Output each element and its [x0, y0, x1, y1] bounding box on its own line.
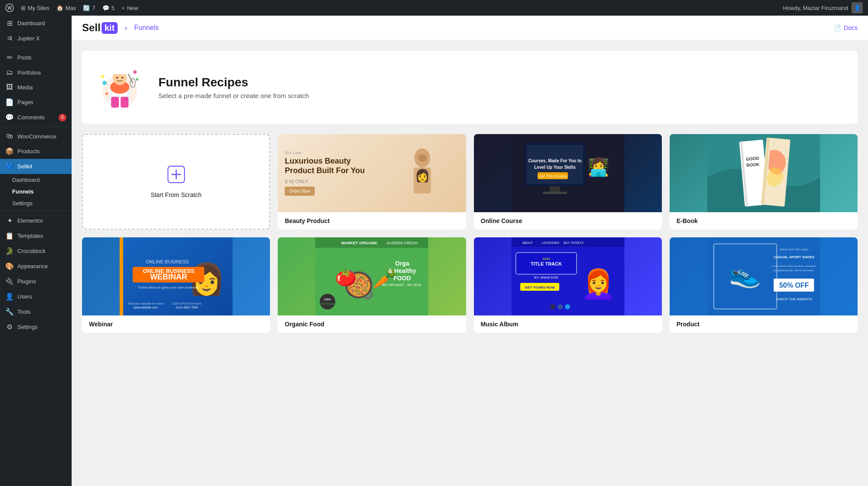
thumb-beauty: Eco Luxe Luxurious Beauty Product Built … [278, 134, 466, 212]
beauty-order-btn[interactable]: Order Now [285, 187, 314, 196]
sidebar-subitem-sk-funnels[interactable]: Funnels [0, 186, 72, 197]
sellkit-icon: 💙 [5, 162, 14, 171]
ebook-label: E-Book [670, 212, 858, 230]
webinar-label: Webinar [82, 315, 270, 333]
sidebar-item-label: Users [17, 293, 32, 300]
sidebar-subitem-sk-dashboard[interactable]: Dashboard [0, 174, 72, 186]
settings-icon: ⚙ [5, 323, 14, 331]
docs-icon: 📄 [834, 24, 841, 31]
sidebar-item-dashboard[interactable]: ⊞ Dashboard [0, 16, 72, 31]
thumb-music: ABOUT LOCATIONS BUY TICKETS 👩‍🦰 2020 TIT… [474, 237, 662, 315]
sidebar-item-woocommerce[interactable]: 🛍 WooCommerce [0, 129, 72, 144]
card-organic[interactable]: MARKET ORGANIC GARDEN FRESH 🥘 🥕 🍅 Orga &… [278, 237, 466, 333]
docs-button[interactable]: 📄 Docs [834, 24, 858, 31]
svg-text:www.website.com: www.website.com [133, 306, 158, 309]
svg-text:Free Gluten: Free Gluten [321, 302, 335, 305]
sidebar-item-posts[interactable]: ✏ Posts [0, 50, 72, 65]
plugins-icon: 🔌 [5, 277, 14, 286]
card-beauty[interactable]: Eco Luxe Luxurious Beauty Product Built … [278, 134, 466, 230]
admin-bar-right: Howdy, Maziar Firuzmand 👤 [783, 2, 863, 13]
svg-text:100%: 100% [324, 298, 331, 301]
svg-point-16 [101, 75, 104, 78]
croco-icon: 🐊 [5, 247, 14, 255]
card-scratch[interactable]: Start From Scratch [82, 134, 270, 230]
card-ebook[interactable]: GOOD BOOK E-Book [670, 134, 858, 230]
card-course[interactable]: 👩‍💻 Courses, Made For You to Level Up Yo… [474, 134, 662, 230]
sellkit-logo: Sell kit [82, 22, 118, 34]
svg-rect-6 [121, 97, 128, 108]
svg-point-68 [320, 294, 335, 309]
main-content: Sell kit › Funnels 📄 Docs [72, 16, 868, 486]
breadcrumb-funnels: Funnels [134, 24, 159, 32]
dashboard-icon: ⊞ [5, 19, 14, 27]
sk-settings-label: Settings [12, 200, 33, 207]
my-sites[interactable]: ⊞ My Sites [21, 5, 49, 11]
svg-text:GARDEN FRESH: GARDEN FRESH [387, 241, 418, 245]
sidebar-item-pages[interactable]: 📄 Pages [0, 95, 72, 110]
sidebar-item-label: Appearance [17, 263, 48, 269]
plus-icon [168, 166, 185, 186]
svg-text:2020: 2020 [542, 257, 550, 261]
svg-text:MARKET ORGANIC: MARKET ORGANIC [342, 241, 378, 245]
sidebar-item-label: Elementor [17, 217, 43, 224]
site-name[interactable]: 🏠 Max [56, 5, 76, 11]
users-icon: 👤 [5, 292, 14, 301]
sidebar-item-label: Settings [17, 324, 38, 330]
svg-point-25 [418, 154, 427, 161]
comments-icon: 💬 [5, 113, 14, 122]
wp-logo[interactable]: W [5, 3, 14, 12]
comments-bar[interactable]: 💬 5 [102, 5, 115, 11]
sidebar-item-sellkit[interactable]: 💙 Sellkit [0, 159, 72, 174]
svg-point-11 [116, 77, 118, 79]
new-menu[interactable]: + New [122, 5, 138, 11]
course-label: Online Course [474, 212, 662, 230]
card-music[interactable]: ABOUT LOCATIONS BUY TICKETS 👩‍🦰 2020 TIT… [474, 237, 662, 333]
svg-text:Get This Course: Get This Course [538, 174, 566, 178]
tools-icon: 🔧 [5, 308, 14, 316]
card-product[interactable]: 👟 IMAGE NOT INCLUDED CASUAL SPORT SHOES … [670, 237, 858, 333]
thumb-ebook: GOOD BOOK [670, 134, 858, 212]
svg-text:👩‍💻: 👩‍💻 [587, 157, 609, 177]
svg-text:👩: 👩 [415, 168, 430, 183]
media-icon: 🖼 [5, 83, 14, 91]
sidebar-item-tools[interactable]: 🔧 Tools [0, 304, 72, 319]
sidebar-item-label: Dashboard [17, 20, 45, 26]
sidebar-item-comments[interactable]: 💬 Comments 6 [0, 110, 72, 125]
chef-illustration [96, 61, 148, 113]
posts-icon: ✏ [5, 53, 14, 62]
sidebar-item-portfolios[interactable]: 🗂 Portfolios [0, 65, 72, 80]
beauty-brand: Eco Luxe [285, 151, 372, 155]
sidebar-item-elementor[interactable]: ✦ Elementor [0, 213, 72, 228]
svg-text:CHECK THE WEBSITE: CHECK THE WEBSITE [776, 297, 812, 301]
svg-text:Courses, Made For You to: Courses, Made For You to [528, 158, 582, 163]
sidebar-item-users[interactable]: 👤 Users [0, 289, 72, 304]
svg-text:0123-4567-7890: 0123-4567-7890 [176, 306, 198, 309]
sidebar-item-crocoblock[interactable]: 🐊 Crocoblock [0, 243, 72, 259]
card-webinar[interactable]: 👩 ONLINE BUSINESS ONLINE BUSINESS WEBINA… [82, 237, 270, 333]
content-area: Funnel Recipes Select a pre-made funnel … [72, 40, 868, 343]
header-left: Sell kit › Funnels [82, 22, 159, 34]
hero-text: Funnel Recipes Select a pre-made funnel … [158, 76, 309, 99]
sidebar-item-plugins[interactable]: 🔌 Plugins [0, 274, 72, 289]
sidebar-item-templates[interactable]: 📋 Templates [0, 228, 72, 243]
beauty-title: Luxurious Beauty Product Built For You [285, 157, 372, 175]
avatar[interactable]: 👤 [852, 2, 863, 13]
svg-text:ABOUT: ABOUT [522, 241, 533, 244]
svg-text:ONLINE BUSINESS: ONLINE BUSINESS [146, 259, 189, 264]
portfolios-icon: 🗂 [5, 69, 14, 76]
sidebar-subitem-sk-settings[interactable]: Settings [0, 197, 72, 209]
sidebar-item-settings[interactable]: ⚙ Settings [0, 319, 72, 335]
svg-text:50% OFF: 50% OFF [779, 282, 809, 289]
sidebar-item-products[interactable]: 📦 Products [0, 144, 72, 159]
cards-grid: Start From Scratch Eco Luxe Luxurious Be… [82, 134, 858, 333]
templates-icon: 📋 [5, 232, 14, 240]
svg-text:CASUAL SPORT SHOES: CASUAL SPORT SHOES [774, 255, 815, 259]
sidebar-item-label: WooCommerce [17, 133, 56, 140]
svg-text:W: W [7, 6, 12, 10]
updates[interactable]: 🔄 7 [83, 5, 95, 11]
sidebar-item-appearance[interactable]: 🎨 Appearance [0, 259, 72, 274]
sidebar-item-jupiterx[interactable]: ♃ Jupiter X [0, 31, 72, 46]
svg-text:BE ORGANIC - BE HEAL: BE ORGANIC - BE HEAL [382, 283, 422, 287]
svg-text:Call to Find Our More: Call to Find Our More [172, 302, 201, 305]
sidebar-item-media[interactable]: 🖼 Media [0, 80, 72, 95]
